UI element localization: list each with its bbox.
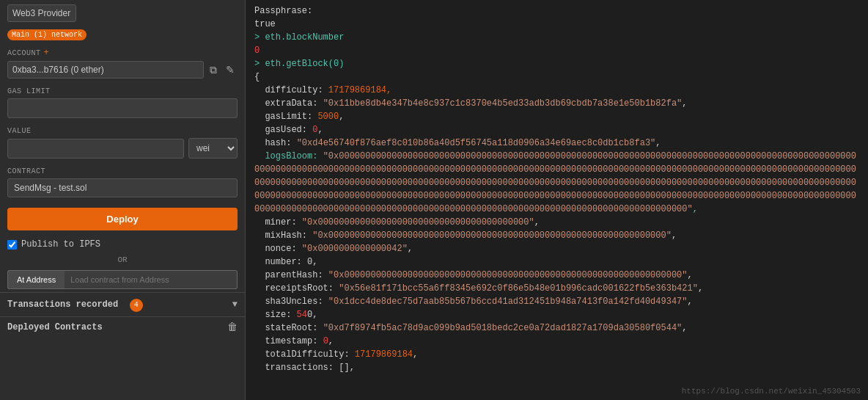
provider-section: Web3 Provider <box>0 0 245 26</box>
transactions-chevron-icon: ▼ <box>232 299 238 310</box>
console-line: timestamp: 0, <box>254 335 859 348</box>
account-row: 0xba3...b7616 (0 ether) ⧉ ✎ <box>7 61 238 79</box>
console-line: totalDifficulty: 17179869184, <box>254 348 859 361</box>
console-line: stateRoot: "0xd7f8974fb5ac78d9ac099b9ad5… <box>254 321 859 335</box>
console-line: transactions: [], <box>254 361 859 374</box>
trash-icon[interactable]: 🗑 <box>227 321 238 333</box>
console-line: > eth.blockNumber <box>254 31 859 44</box>
console-line: 0 <box>254 44 859 57</box>
account-label: ACCOUNT + <box>7 48 238 58</box>
edit-address-button[interactable]: ✎ <box>223 62 238 77</box>
at-address-button[interactable]: At Address <box>7 270 65 289</box>
value-label: VALUE <box>7 127 238 135</box>
value-input[interactable]: 0 <box>7 139 184 159</box>
publish-ipfs-row: Publish to IPFS <box>0 236 245 252</box>
console-line: number: 0, <box>254 255 859 269</box>
contract-select[interactable]: SendMsg - test.sol <box>7 178 238 197</box>
transactions-count-badge: 4 <box>130 299 143 312</box>
contract-section: CONTRACT SendMsg - test.sol <box>0 163 245 202</box>
account-plus-icon[interactable]: + <box>44 48 50 58</box>
console-line: mixHash: "0x0000000000000000000000000000… <box>254 229 859 242</box>
or-divider: OR <box>0 252 245 267</box>
console-line: size: 540, <box>254 308 859 321</box>
copy-address-button[interactable]: ⧉ <box>207 62 220 78</box>
value-row: 0 wei gwei finney ether <box>7 138 238 159</box>
gas-limit-input[interactable]: 3000000 <box>7 98 238 118</box>
unit-select[interactable]: wei gwei finney ether <box>188 138 238 159</box>
console-line: sha3Uncles: "0x1dcc4de8dec75d7aab85b567b… <box>254 295 859 308</box>
console-output: Passphrase:true> eth.blockNumber0> eth.g… <box>254 4 859 374</box>
account-select[interactable]: 0xba3...b7616 (0 ether) <box>7 61 204 79</box>
value-section: VALUE 0 wei gwei finney ether <box>0 123 245 163</box>
account-section: ACCOUNT + 0xba3...b7616 (0 ether) ⧉ ✎ <box>0 43 245 83</box>
deploy-button[interactable]: Deploy <box>7 208 238 230</box>
publish-ipfs-label: Publish to IPFS <box>21 239 100 250</box>
publish-ipfs-checkbox[interactable] <box>7 240 17 250</box>
watermark: https://blog.csdn.net/weixin_45304503 <box>682 387 861 396</box>
gas-limit-section: GAS LIMIT 3000000 <box>0 83 245 123</box>
transactions-info: Transactions recorded 4 <box>7 297 143 312</box>
console-line: gasLimit: 5000, <box>254 110 859 123</box>
right-panel: Passphrase:true> eth.blockNumber0> eth.g… <box>246 0 868 400</box>
console-line: parentHash: "0x0000000000000000000000000… <box>254 269 859 282</box>
provider-select[interactable]: Web3 Provider <box>7 4 76 22</box>
network-badge: Main (1) network <box>0 26 245 43</box>
deployed-contracts-row: Deployed Contracts 🗑 <box>0 316 245 338</box>
console-line: difficulty: 17179869184, <box>254 84 859 97</box>
transactions-row: Transactions recorded 4 ▼ <box>0 292 245 316</box>
console-line: true <box>254 18 859 31</box>
load-contract-input[interactable] <box>65 270 238 289</box>
console-line: receiptsRoot: "0x56e81f171bcc55a6ff8345e… <box>254 282 859 295</box>
at-address-row: At Address <box>0 267 245 292</box>
transactions-label: Transactions recorded <box>7 299 118 310</box>
console-line: gasUsed: 0, <box>254 123 859 137</box>
console-line: Passphrase: <box>254 4 859 18</box>
console-line: { <box>254 70 859 84</box>
console-line: hash: "0xd4e56740f876aef8c010b86a40d5f56… <box>254 137 859 150</box>
contract-label: CONTRACT <box>7 167 238 175</box>
deployed-contracts-label: Deployed Contracts <box>7 322 103 332</box>
left-panel: Web3 Provider Main (1) network ACCOUNT +… <box>0 0 246 400</box>
gas-limit-label: GAS LIMIT <box>7 87 238 95</box>
console-line: > eth.getBlock(0) <box>254 57 859 70</box>
console-line: nonce: "0x0000000000000042", <box>254 242 859 255</box>
console-line: extraData: "0x11bbe8db4e347b4e8c937c1c83… <box>254 97 859 110</box>
console-line: logsBloom: "0x00000000000000000000000000… <box>254 150 859 216</box>
console-line: miner: "0x000000000000000000000000000000… <box>254 216 859 229</box>
